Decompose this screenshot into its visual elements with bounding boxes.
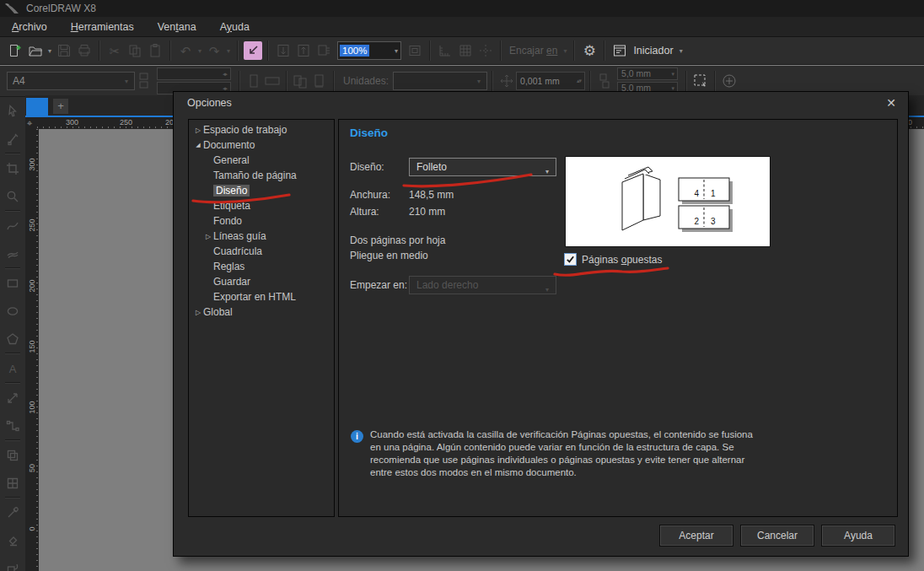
layout-preview: 4 1 2 3	[565, 156, 771, 247]
propbar-separator	[589, 71, 591, 91]
transparency-tool-icon	[0, 469, 25, 497]
chevron-down-icon: ▾	[543, 282, 551, 299]
import-icon[interactable]	[243, 40, 263, 61]
toolbar-separator	[604, 40, 605, 61]
svg-text:A: A	[9, 362, 17, 374]
ruler-label: 0	[28, 520, 36, 538]
chevron-right-icon: ▷	[193, 127, 203, 134]
crop-tool-icon	[0, 154, 25, 182]
chevron-right-icon: ▷	[203, 233, 213, 240]
corel-logo-icon	[4, 3, 21, 14]
toolbar-separator	[169, 40, 171, 61]
tree-item-guardar[interactable]: Guardar	[189, 274, 334, 289]
smart-fill-tool-icon	[0, 554, 25, 571]
units-label: Unidades:	[343, 75, 389, 87]
ruler-label: 300	[28, 155, 36, 174]
start-on-label: Empezar en:	[350, 279, 407, 291]
add-plus-icon	[720, 72, 739, 90]
drop-shadow-tool-icon	[0, 441, 25, 469]
tree-item-lineas-guia[interactable]: ▷Líneas guía	[189, 229, 334, 244]
tree-item-general[interactable]: General	[189, 153, 334, 168]
tree-item-documento[interactable]: ◢Documento	[189, 137, 334, 153]
height-value: 210 mm	[409, 206, 445, 218]
freehand-tool-icon	[0, 212, 25, 240]
menu-ayuda[interactable]: Ayuda	[208, 18, 261, 36]
options-gear-icon[interactable]: ⚙	[579, 40, 599, 61]
landscape-orientation-icon	[263, 72, 282, 90]
copy-icon	[125, 40, 145, 61]
tree-item-diseno[interactable]: Diseño	[189, 183, 334, 198]
tree-item-reglas[interactable]: Reglas	[189, 259, 334, 274]
app-options-icon	[314, 40, 334, 61]
toolbar-separator	[429, 40, 431, 61]
vertical-ruler: 300 250 200 150 100 50 0	[25, 129, 39, 571]
pages-per-sheet-note: Dos páginas por hoja	[350, 234, 445, 246]
polygon-tool-icon	[0, 325, 25, 353]
tree-item-fondo[interactable]: Fondo	[189, 213, 334, 229]
propbar-separator	[239, 71, 240, 91]
layout-settings-panel: Diseño Diseño: Folleto ▾ Anchura: 148,5 …	[338, 119, 898, 517]
ruler-ticks	[36, 129, 38, 571]
width-label: Anchura:	[350, 189, 390, 201]
toolbar-separator	[573, 40, 575, 61]
zoom-tool-icon	[0, 182, 25, 210]
info-note: i Cuando está activada la casilla de ver…	[351, 428, 753, 479]
add-page-button[interactable]: +	[53, 99, 68, 114]
eyedropper-tool-icon	[0, 498, 25, 526]
tree-item-cuadricula[interactable]: Cuadrícula	[189, 244, 334, 259]
checkmark-icon	[566, 255, 575, 264]
dimension-tool-icon	[0, 384, 25, 412]
help-button[interactable]: Ayuda	[821, 525, 895, 547]
tree-item-global[interactable]: ▷Global	[189, 304, 334, 320]
show-guidelines-icon	[475, 40, 496, 61]
cancel-button[interactable]: Cancelar	[740, 525, 814, 547]
menu-herramientas[interactable]: Herramientas	[59, 18, 146, 36]
menu-ventana[interactable]: Ventana	[146, 18, 208, 36]
page-size-combo: A4▾	[7, 72, 135, 90]
svg-text:2: 2	[694, 217, 699, 226]
layout-select[interactable]: Folleto ▾	[409, 158, 556, 176]
ruler-origin-icon: ⌖	[27, 118, 32, 129]
launcher-label[interactable]: Iniciador	[633, 45, 673, 57]
dialog-title: Opciones	[187, 97, 232, 109]
menu-archivo[interactable]: Archivo	[0, 18, 59, 36]
close-icon[interactable]: ✕	[882, 94, 900, 111]
page-tab[interactable]	[26, 98, 48, 116]
accept-button[interactable]: Aceptar	[659, 525, 733, 547]
portrait-orientation-icon	[244, 72, 263, 90]
launcher-dropdown-icon[interactable]: ▾	[677, 47, 685, 55]
fullscreen-preview-icon	[405, 40, 425, 61]
page-size-value: A4	[13, 75, 25, 87]
launcher-icon[interactable]	[610, 40, 630, 61]
save-icon	[54, 40, 74, 61]
undo-icon: ↶	[175, 40, 196, 61]
current-page-icon	[310, 72, 329, 90]
tree-item-etiqueta[interactable]: Etiqueta	[189, 198, 334, 213]
units-combo: ▾	[393, 72, 487, 90]
coreldraw-window: CorelDRAW X8 Archivo Herramientas Ventan…	[0, 0, 924, 571]
page-width-field: ◂▸	[157, 67, 231, 80]
facing-pages-checkbox[interactable]	[564, 253, 577, 266]
treat-as-filled-icon[interactable]	[691, 72, 710, 90]
info-icon: i	[351, 430, 363, 443]
ruler-label: 300	[66, 118, 78, 127]
tree-item-espacio-de-trabajo[interactable]: ▷Espacio de trabajo	[189, 122, 334, 137]
options-dialog: Opciones ✕ ▷Espacio de trabajo ◢Document…	[173, 91, 909, 557]
new-document-icon[interactable]	[5, 40, 25, 61]
tree-item-tamano-de-pagina[interactable]: Tamaño de página	[189, 168, 334, 183]
info-line: Cuando está activada la casilla de verif…	[370, 428, 753, 441]
start-on-select: Lado derecho ▾	[409, 276, 556, 294]
zoom-level-value[interactable]: 100%	[340, 45, 369, 57]
toolbox: A	[0, 97, 26, 571]
fit-to-dropdown: Encajar en	[509, 45, 557, 57]
open-dropdown-icon[interactable]: ▾	[46, 47, 54, 55]
zoom-dropdown-icon[interactable]: ▾	[392, 47, 400, 55]
export-icon	[273, 40, 293, 61]
zoom-level-combo[interactable]: 100% ▾	[337, 41, 401, 60]
fit-to-dropdown-icon: ▾	[561, 47, 569, 55]
booklet-preview-illustration: 4 1 2 3	[566, 157, 770, 246]
ruler-label: 100	[28, 398, 36, 417]
layout-label: Diseño:	[350, 161, 384, 173]
tree-item-exportar-en-html[interactable]: Exportar en HTML	[189, 289, 334, 304]
open-document-icon[interactable]	[25, 40, 46, 61]
